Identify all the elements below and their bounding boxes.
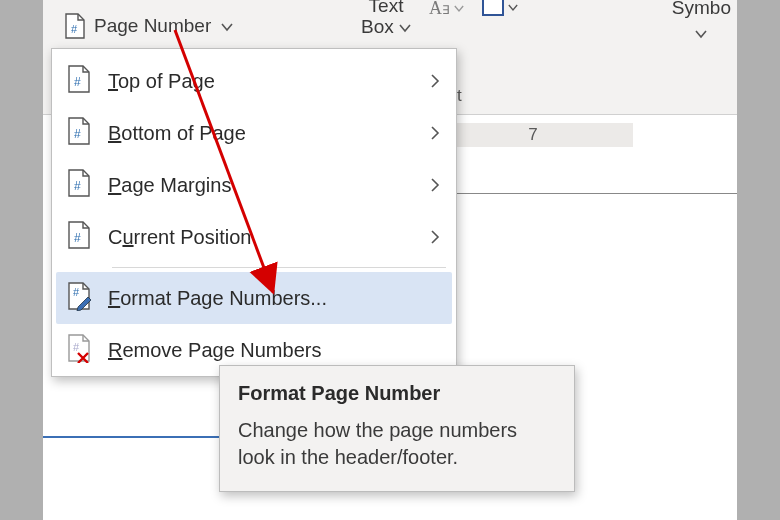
page-page-icon: # <box>66 168 92 203</box>
text-box-button[interactable]: Text Box <box>357 0 415 40</box>
chevron-right-icon <box>430 70 440 93</box>
svg-text:#: # <box>74 231 81 245</box>
menu-item-label: Remove Page Numbers <box>108 339 440 362</box>
ruler: 7 <box>433 123 633 147</box>
page-page-icon: # <box>66 220 92 255</box>
chevron-down-icon <box>695 29 707 39</box>
app-window: # Page Number Text Box A∃ <box>43 0 737 520</box>
svg-text:#: # <box>74 75 81 89</box>
svg-text:#: # <box>71 23 78 35</box>
object-icon <box>482 0 504 16</box>
page-page-icon: # <box>66 64 92 99</box>
tooltip-title: Format Page Number <box>238 382 556 405</box>
font-style-icon: A∃ <box>429 0 450 19</box>
menu-item-label: Format Page Numbers... <box>108 287 440 310</box>
chevron-right-icon <box>430 122 440 145</box>
menu-item[interactable]: #Bottom of Page <box>56 107 452 159</box>
chevron-down-icon <box>221 15 233 37</box>
menu-item[interactable]: #Top of Page <box>56 55 452 107</box>
page-page-icon: # <box>66 116 92 151</box>
symbols-button[interactable]: Symbo <box>672 0 731 45</box>
menu-item[interactable]: #Current Position <box>56 211 452 263</box>
ruler-mark: 7 <box>528 125 537 145</box>
edit-page-icon: # <box>66 281 92 316</box>
svg-text:#: # <box>74 179 81 193</box>
chevron-down-icon <box>399 23 411 33</box>
chevron-down-icon <box>454 4 464 13</box>
symbols-label: Symbo <box>672 0 731 21</box>
menu-separator <box>112 267 446 268</box>
font-style-button[interactable]: A∃ <box>425 0 468 23</box>
page-number-button[interactable]: # Page Number <box>57 8 242 44</box>
page-number-menu: #Top of Page#Bottom of Page#Page Margins… <box>51 48 457 377</box>
menu-item-label: Page Margins <box>108 174 414 197</box>
menu-item[interactable]: #Page Margins <box>56 159 452 211</box>
tooltip-body: Change how the page numbers look in the … <box>238 417 556 471</box>
textbox-group: Text Box A∃ <box>357 0 522 40</box>
menu-item-label: Bottom of Page <box>108 122 414 145</box>
chevron-right-icon <box>430 174 440 197</box>
svg-text:#: # <box>73 286 80 298</box>
text-box-label-line2: Box <box>361 16 394 37</box>
tooltip: Format Page Number Change how the page n… <box>219 365 575 492</box>
header-footer-rule <box>43 436 225 438</box>
menu-item-label: Top of Page <box>108 70 414 93</box>
text-box-label-line1: Text <box>369 0 404 17</box>
page-number-icon: # <box>64 13 86 39</box>
svg-text:#: # <box>73 341 80 353</box>
chevron-right-icon <box>430 226 440 249</box>
page-number-label: Page Number <box>94 15 211 37</box>
menu-item[interactable]: #Format Page Numbers... <box>56 272 452 324</box>
document-page-edge <box>425 193 737 393</box>
menu-item-label: Current Position <box>108 226 414 249</box>
chevron-down-icon <box>508 3 518 12</box>
remove-page-icon: # <box>66 333 92 368</box>
svg-text:#: # <box>74 127 81 141</box>
object-button[interactable] <box>478 0 522 20</box>
